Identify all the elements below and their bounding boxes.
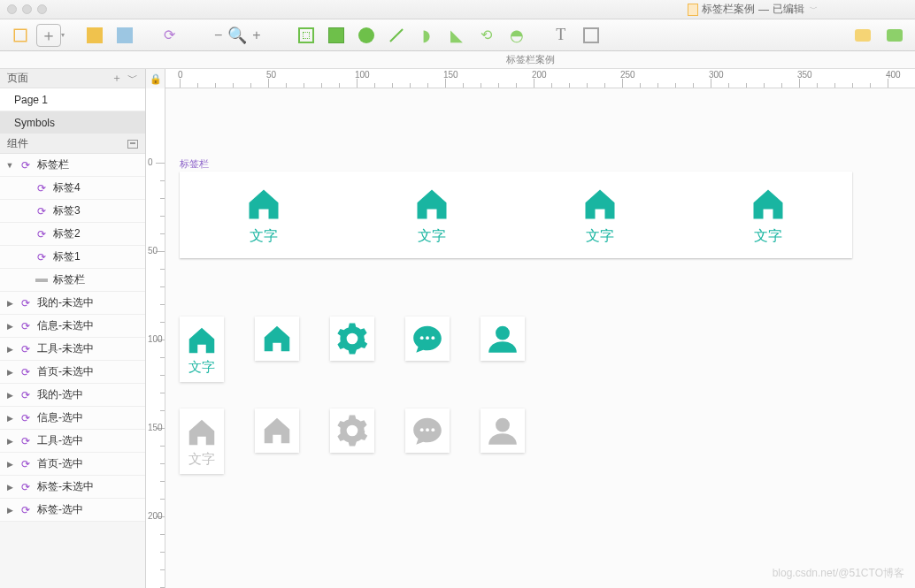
comment-tool-1[interactable]	[850, 24, 876, 47]
page-row[interactable]: Symbols	[0, 111, 145, 134]
symbol-icon: ⟳	[19, 366, 32, 378]
symbol-thumbnail[interactable]	[330, 409, 374, 453]
rectangle-layer-icon	[35, 279, 48, 282]
disclosure-triangle-icon[interactable]: ▼	[5, 161, 14, 170]
chevron-down-icon[interactable]: ﹀	[810, 4, 818, 15]
layer-row[interactable]: ⟳标签1	[0, 246, 145, 269]
oval-tool[interactable]	[353, 24, 380, 47]
disclosure-triangle-icon[interactable]: ▶	[5, 437, 14, 446]
add-page-button[interactable]: ＋	[111, 71, 122, 86]
layer-label: 信息-选中	[37, 410, 83, 425]
disclosure-triangle-icon[interactable]: ▶	[5, 322, 14, 331]
symbol-icon: ⟳	[35, 228, 48, 241]
layer-label: 标签栏	[53, 272, 85, 287]
disclosure-triangle-icon[interactable]: ▶	[5, 414, 14, 423]
rectangle-tool[interactable]	[323, 24, 350, 47]
layer-row[interactable]: ▶⟳我的-选中	[0, 384, 145, 407]
layer-row[interactable]: ⟳标签2	[0, 223, 145, 246]
symbol-thumbnail[interactable]	[255, 409, 299, 453]
layer-row[interactable]: ⟳标签3	[0, 200, 145, 223]
pencil-tool[interactable]: ◣	[443, 24, 470, 47]
layer-row[interactable]: ▶⟳工具-未选中	[0, 338, 145, 361]
close-icon[interactable]	[7, 4, 17, 14]
mask-tool[interactable]: ◓	[504, 24, 530, 47]
symbol-thumbnail[interactable]: 文字	[180, 317, 224, 382]
disclosure-triangle-icon[interactable]: ▶	[5, 391, 14, 400]
layer-label: 标签3	[53, 203, 81, 218]
sidebar: 页面 ＋ ﹀ Page 1Symbols 组件 ▼⟳标签栏⟳标签4⟳标签3⟳标签…	[0, 69, 146, 588]
layer-row[interactable]: ⟳标签4	[0, 177, 145, 200]
symbol-thumbnail[interactable]	[255, 317, 299, 361]
layer-row[interactable]: ▶⟳我的-未选中	[0, 292, 145, 315]
layer-row[interactable]: ▼⟳标签栏	[0, 154, 145, 177]
artboard-tool[interactable]	[7, 24, 34, 47]
layer-row[interactable]: ▶⟳信息-未选中	[0, 315, 145, 338]
layer-row[interactable]: ▶⟳标签-选中	[0, 499, 145, 522]
tab-item[interactable]: 文字	[581, 185, 619, 246]
layer-row[interactable]: ▶⟳工具-选中	[0, 430, 145, 453]
lock-icon[interactable]: 🔒	[146, 69, 165, 88]
grid-tool[interactable]	[293, 24, 319, 47]
layer-row[interactable]: ▶⟳信息-选中	[0, 407, 145, 430]
minimize-icon[interactable]	[22, 4, 32, 14]
zoom-out-button[interactable]: −	[214, 27, 222, 43]
disclosure-triangle-icon[interactable]: ▶	[5, 345, 14, 354]
canvas-column: 050100150200250300350400 标签栏文字文字文字文字文字文字	[165, 69, 915, 588]
symbol-thumbnail[interactable]	[405, 409, 450, 453]
layer-row[interactable]: ▶⟳首页-选中	[0, 453, 145, 476]
symbol-label: 文字	[188, 359, 215, 376]
rotate-tool[interactable]: ⟲	[473, 24, 500, 47]
symbol-thumbnail[interactable]	[481, 409, 525, 453]
line-tool[interactable]	[383, 24, 410, 47]
symbol-thumbnail[interactable]: 文字	[180, 409, 224, 474]
symbol-create-tool[interactable]	[81, 24, 108, 47]
symbol-thumbnail[interactable]	[330, 317, 374, 361]
disclosure-triangle-icon[interactable]: ▶	[5, 299, 14, 308]
disclosure-triangle-icon[interactable]: ▶	[5, 368, 14, 377]
toolbar: ＋▾ ⟳ − 🔍 + ◗ ◣ ⟲ ◓ T	[0, 19, 915, 51]
zoom-icon[interactable]	[37, 4, 47, 14]
layer-row[interactable]: ▶⟳首页-未选中	[0, 361, 145, 384]
document-icon	[688, 4, 698, 16]
gear-icon	[335, 322, 369, 355]
tab-item[interactable]: 文字	[412, 185, 451, 246]
symbol-detach-tool[interactable]	[111, 24, 138, 47]
disclosure-triangle-icon[interactable]: ▶	[5, 483, 14, 492]
page-row[interactable]: Page 1	[0, 88, 145, 111]
layer-label: 标签4	[53, 180, 81, 195]
refresh-tool[interactable]: ⟳	[156, 24, 182, 47]
zoom-in-button[interactable]: +	[252, 27, 260, 43]
symbol-icon: ⟳	[19, 481, 32, 493]
layer-label: 首页-未选中	[37, 364, 94, 379]
collapse-panel-icon[interactable]	[127, 140, 138, 149]
layers-list: ▼⟳标签栏⟳标签4⟳标签3⟳标签2⟳标签1标签栏▶⟳我的-未选中▶⟳信息-未选中…	[0, 154, 145, 588]
disclosure-triangle-icon[interactable]: ▶	[5, 460, 14, 469]
text-tool[interactable]: T	[548, 24, 574, 47]
artboard-label[interactable]: 标签栏	[180, 157, 209, 171]
window-traffic-lights[interactable]	[7, 4, 47, 14]
vector-tool[interactable]: ◗	[413, 24, 440, 47]
home-icon	[749, 185, 788, 224]
tabbar-artboard[interactable]: 文字文字文字文字	[180, 172, 852, 258]
pages-dropdown-icon[interactable]: ﹀	[127, 71, 138, 86]
tab-item[interactable]: 文字	[749, 185, 788, 246]
layer-row[interactable]: ▶⟳标签-未选中	[0, 476, 145, 499]
layer-row[interactable]: 标签栏	[0, 269, 145, 292]
comment-tool-2[interactable]	[881, 24, 908, 47]
document-title[interactable]: 标签栏案例 — 已编辑 ﹀	[688, 2, 818, 17]
home-icon	[244, 185, 283, 224]
tab-item[interactable]: 文字	[244, 185, 283, 246]
canvas[interactable]: 标签栏文字文字文字文字文字文字	[165, 88, 915, 588]
magnify-icon[interactable]: 🔍	[227, 26, 247, 45]
symbol-thumbnail[interactable]	[481, 317, 525, 361]
document-tab-row: 标签栏案例	[0, 51, 915, 69]
slice-tool[interactable]	[578, 24, 604, 47]
symbol-icon: ⟳	[19, 504, 32, 516]
layer-label: 工具-未选中	[37, 341, 94, 356]
document-filename: 标签栏案例	[702, 2, 755, 17]
insert-tool[interactable]: ＋▾	[37, 24, 64, 47]
main-area: 页面 ＋ ﹀ Page 1Symbols 组件 ▼⟳标签栏⟳标签4⟳标签3⟳标签…	[0, 69, 915, 588]
zoom-controls: − 🔍 +	[214, 26, 261, 45]
disclosure-triangle-icon[interactable]: ▶	[5, 506, 14, 515]
symbol-thumbnail[interactable]	[405, 317, 450, 361]
